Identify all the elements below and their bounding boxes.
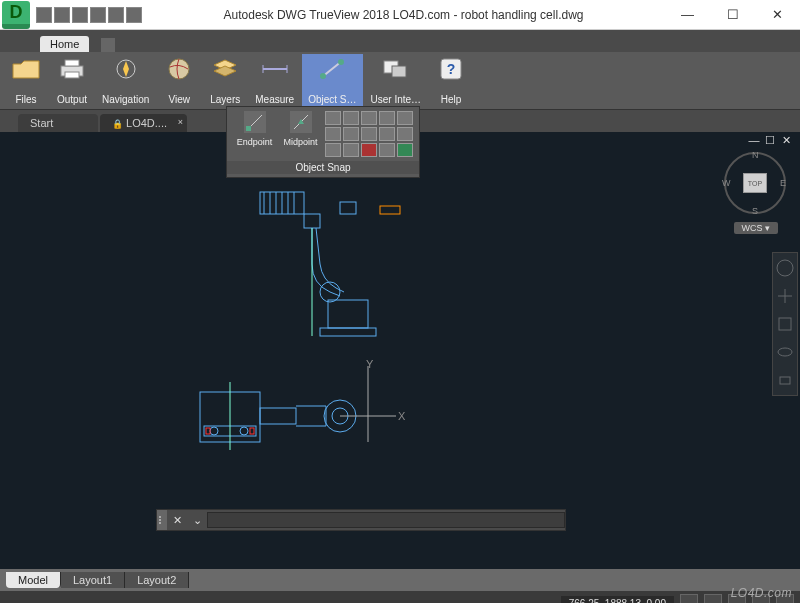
- svg-rect-30: [320, 328, 376, 336]
- quick-access-toolbar: [36, 7, 142, 23]
- ribbon-label: Measure: [255, 94, 294, 105]
- watermark-text: LO4D.com: [731, 586, 792, 600]
- status-model-icon[interactable]: [704, 594, 722, 603]
- help-icon: ?: [435, 56, 467, 82]
- tab-home[interactable]: Home: [40, 36, 89, 52]
- snap-tangent-icon[interactable]: [343, 127, 359, 141]
- layout-tab-layout2[interactable]: Layout2: [125, 572, 189, 588]
- svg-rect-16: [246, 126, 251, 131]
- file-tab-start[interactable]: Start: [18, 114, 98, 132]
- command-input[interactable]: [207, 512, 565, 528]
- navigation-bar: [772, 252, 798, 396]
- ribbon-object-snap[interactable]: Object S…: [302, 54, 362, 107]
- printer-icon: [56, 56, 88, 82]
- viewcube[interactable]: TOP N E S W: [724, 152, 786, 214]
- snap-center-icon[interactable]: [325, 111, 341, 125]
- folder-icon: [10, 56, 42, 82]
- qat-print-icon[interactable]: [72, 7, 88, 23]
- ribbon-layers[interactable]: Layers: [203, 54, 247, 107]
- qat-dropdown-icon[interactable]: [126, 7, 142, 23]
- qat-save-icon[interactable]: [54, 7, 70, 23]
- compass-s: S: [752, 206, 758, 216]
- snap-node-icon[interactable]: [343, 111, 359, 125]
- ribbon-view[interactable]: View: [157, 54, 201, 107]
- qat-open-icon[interactable]: [36, 7, 52, 23]
- svg-point-44: [777, 260, 793, 276]
- snap-parallel-icon[interactable]: [397, 127, 413, 141]
- layout-tab-layout1[interactable]: Layout1: [61, 572, 125, 588]
- svg-point-35: [240, 427, 248, 435]
- close-button[interactable]: ✕: [755, 0, 800, 29]
- snap-icon: [316, 56, 348, 82]
- viewport-maximize[interactable]: ☐: [764, 135, 776, 147]
- wcs-selector[interactable]: WCS ▾: [734, 222, 779, 234]
- snap-extension-icon[interactable]: [343, 143, 359, 157]
- snap-tracking-icon[interactable]: [397, 143, 413, 157]
- ribbon-label: Layers: [210, 94, 240, 105]
- qat-undo-icon[interactable]: [90, 7, 106, 23]
- svg-rect-12: [392, 66, 406, 77]
- svg-rect-47: [780, 377, 790, 384]
- orbit-icon[interactable]: [776, 343, 794, 361]
- snap-label-midpoint: Midpoint: [283, 137, 317, 147]
- zoom-extents-icon[interactable]: [776, 315, 794, 333]
- command-drag-handle[interactable]: [157, 510, 167, 530]
- viewport-minimize[interactable]: —: [748, 135, 760, 147]
- snap-midpoint[interactable]: [290, 111, 312, 133]
- viewport-close[interactable]: ✕: [780, 135, 792, 147]
- ribbon-pin-icon[interactable]: [101, 38, 115, 52]
- svg-rect-45: [779, 318, 791, 330]
- snap-insertion-icon[interactable]: [397, 111, 413, 125]
- object-snap-dropdown: Endpoint Midpoint Object Snap: [226, 106, 420, 178]
- tab-close-icon[interactable]: ×: [178, 117, 183, 127]
- snap-from-icon[interactable]: [361, 143, 377, 157]
- axis-y-label: Y: [366, 358, 373, 370]
- command-line: ✕ ⌄: [156, 509, 566, 531]
- drawing-canvas[interactable]: X Y — ☐ ✕ TOP N E S W WCS ▾ ✕ ⌄: [0, 132, 800, 569]
- snap-intersection-icon[interactable]: [379, 111, 395, 125]
- showmotion-icon[interactable]: [776, 371, 794, 389]
- snap-label-endpoint: Endpoint: [237, 137, 273, 147]
- viewcube-face-top[interactable]: TOP: [743, 173, 767, 193]
- status-bar: 766.25, 1888.13, 0.00: [0, 591, 800, 603]
- svg-point-10: [338, 59, 344, 65]
- ribbon-label: Files: [15, 94, 36, 105]
- compass-e: E: [780, 178, 786, 188]
- command-history-button[interactable]: ⌄: [187, 514, 207, 527]
- status-grid-icon[interactable]: [680, 594, 698, 603]
- ui-icon: [380, 56, 412, 82]
- viewport-controls: — ☐ ✕: [748, 135, 792, 147]
- wheel-icon[interactable]: [776, 259, 794, 277]
- snap-icon-grid: [325, 111, 413, 157]
- file-tab-document[interactable]: 🔒 LO4D.... ×: [100, 114, 187, 132]
- snap-none-icon[interactable]: [325, 143, 341, 157]
- pan-icon[interactable]: [776, 287, 794, 305]
- app-icon[interactable]: D: [2, 1, 30, 29]
- drawing-content: [0, 132, 800, 569]
- svg-point-4: [169, 59, 189, 79]
- command-close-button[interactable]: ✕: [167, 514, 187, 527]
- minimize-button[interactable]: —: [665, 0, 710, 29]
- svg-point-9: [320, 73, 326, 79]
- svg-rect-27: [304, 214, 320, 228]
- ribbon-navigation[interactable]: Navigation: [96, 54, 155, 107]
- snap-apparent-icon[interactable]: [379, 127, 395, 141]
- maximize-button[interactable]: ☐: [710, 0, 755, 29]
- snap-quadrant-icon[interactable]: [361, 111, 377, 125]
- qat-redo-icon[interactable]: [108, 7, 124, 23]
- ribbon-user-interface[interactable]: User Inte…: [365, 54, 428, 107]
- ribbon-output[interactable]: Output: [50, 54, 94, 107]
- snap-nearest-icon[interactable]: [361, 127, 377, 141]
- ribbon-label: Help: [441, 94, 462, 105]
- snap-endpoint[interactable]: [244, 111, 266, 133]
- svg-point-34: [210, 427, 218, 435]
- snap-mid2-icon[interactable]: [379, 143, 395, 157]
- ribbon-files[interactable]: Files: [4, 54, 48, 107]
- compass-icon: [110, 56, 142, 82]
- svg-rect-36: [260, 408, 296, 424]
- ribbon-help[interactable]: ? Help: [429, 54, 473, 107]
- layout-tabs-row: Model Layout1 Layout2: [0, 569, 800, 591]
- ribbon-measure[interactable]: Measure: [249, 54, 300, 107]
- snap-perpendicular-icon[interactable]: [325, 127, 341, 141]
- layout-tab-model[interactable]: Model: [6, 572, 61, 588]
